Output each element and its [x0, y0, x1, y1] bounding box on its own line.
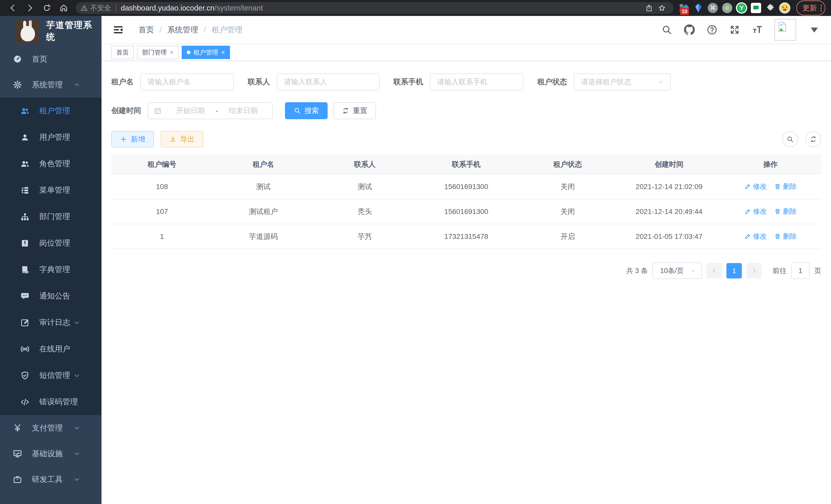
sidebar-item-label: 租户管理: [39, 106, 91, 116]
profile-emoji-icon[interactable]: [779, 2, 791, 14]
tab-dept-management[interactable]: 部门管理×: [137, 46, 179, 59]
sidebar-item-system-management[interactable]: 系统管理: [0, 72, 102, 98]
prev-page-button[interactable]: [706, 263, 722, 278]
cell-contact: 秃头: [314, 199, 416, 224]
bookmark-star-icon[interactable]: [656, 2, 668, 13]
sidebar-item-label: 字典管理: [39, 264, 91, 275]
sidebar-item-infrastructure[interactable]: 基础设施: [0, 441, 102, 467]
site-security[interactable]: 不安全: [81, 3, 111, 12]
start-date-placeholder[interactable]: 开始日期: [167, 106, 213, 116]
back-icon[interactable]: [6, 2, 20, 14]
trash-icon: [774, 233, 781, 240]
yuque-icon[interactable]: Y: [736, 2, 747, 14]
sidebar-item-label: 菜单管理: [39, 185, 91, 196]
sidebar-item-online-users[interactable]: 在线用户: [0, 336, 102, 362]
edit-link[interactable]: 修改: [744, 232, 767, 241]
sidebar-item-tenant-management[interactable]: 租户管理: [0, 98, 102, 124]
sidebar-item-user-management[interactable]: 用户管理: [0, 124, 102, 151]
breadcrumb-system[interactable]: 系统管理: [167, 25, 198, 35]
chevron-down-icon: [658, 79, 664, 85]
table-row: 1芋道源码芋艿17321315478开启2021-01-05 17:03:47修…: [111, 224, 821, 249]
kite-icon[interactable]: [692, 2, 704, 14]
user-avatar[interactable]: [774, 19, 796, 40]
cell-created: 2021-01-05 17:03:47: [619, 224, 720, 249]
fullscreen-icon[interactable]: [729, 24, 740, 35]
tab-label: 首页: [116, 48, 129, 57]
sidebar-item-payment-management[interactable]: 支付管理: [0, 415, 102, 441]
edit-link[interactable]: 修改: [744, 182, 767, 191]
search-icon: [294, 107, 301, 114]
sidebar-item-home[interactable]: 首页: [0, 46, 102, 72]
sidebar-item-error-code-management[interactable]: 错误码管理: [0, 389, 102, 415]
home-icon[interactable]: [57, 2, 71, 14]
browser-menu-icon[interactable]: [821, 5, 822, 11]
pinned-extension-icon[interactable]: 10: [678, 2, 690, 14]
status-select[interactable]: 请选择租户状态: [574, 73, 671, 90]
url-bar[interactable]: 不安全 dashboard.yudao.iocoder.cn/system/te…: [76, 2, 674, 14]
browser-toolbar: 不安全 dashboard.yudao.iocoder.cn/system/te…: [0, 0, 831, 16]
yen-icon: [12, 423, 23, 433]
sidebar-item-label: 错误码管理: [39, 396, 91, 407]
goto-page-input[interactable]: 1: [791, 263, 810, 279]
tab-home[interactable]: 首页: [111, 46, 134, 59]
page-size-select[interactable]: 10条/页: [652, 263, 702, 279]
user-menu-caret-icon[interactable]: [809, 24, 820, 35]
app-title: 芋道管理系统: [46, 19, 102, 43]
reset-button[interactable]: 重置: [333, 102, 376, 119]
sidebar-item-dept-management[interactable]: 部门管理: [0, 203, 102, 230]
add-button[interactable]: 新增: [111, 131, 154, 147]
page-number-1[interactable]: 1: [726, 263, 742, 278]
github-icon[interactable]: [684, 24, 695, 35]
tenant-table: 租户编号租户名联系人联系手机租户状态创建时间操作 108测试测试15601691…: [111, 155, 821, 249]
breadcrumb-home[interactable]: 首页: [139, 25, 154, 35]
chat-square-icon[interactable]: [750, 2, 762, 14]
sidebar-item-label: 在线用户: [39, 344, 91, 354]
sidebar-item-menu-management[interactable]: 菜单管理: [0, 177, 102, 203]
refresh-table-button[interactable]: [805, 131, 821, 147]
date-range-picker[interactable]: 开始日期 - 结束日期: [148, 102, 273, 119]
audit-edit-icon: [19, 318, 31, 327]
close-icon[interactable]: ×: [221, 49, 225, 56]
sidebar-item-notice-announcement[interactable]: 通知公告: [0, 283, 102, 309]
font-size-icon[interactable]: [752, 24, 763, 35]
contact-input-wrap: [277, 73, 379, 90]
close-icon[interactable]: ×: [170, 49, 173, 56]
sidebar-logo[interactable]: 芋道管理系统: [0, 16, 102, 46]
chrome-update-button[interactable]: 更新: [796, 1, 825, 16]
chevron-down-icon: [71, 373, 83, 379]
command-circle-icon[interactable]: ⌘: [707, 2, 719, 14]
forward-icon[interactable]: [23, 2, 37, 14]
mobile-input[interactable]: [437, 78, 516, 86]
sidebar-collapse-icon[interactable]: [113, 24, 123, 35]
search-button[interactable]: 搜索: [285, 102, 327, 119]
sidebar-item-post-management[interactable]: 岗位管理: [0, 230, 102, 256]
sidebar-item-audit-log[interactable]: 审计日志: [0, 309, 102, 336]
sidebar-item-dict-management[interactable]: 字典管理: [0, 256, 102, 283]
sidebar-item-role-management[interactable]: 角色管理: [0, 151, 102, 177]
record-circle-icon[interactable]: [721, 2, 733, 14]
share-icon[interactable]: [643, 2, 656, 13]
sidebar-item-sms-management[interactable]: 短信管理: [0, 362, 102, 389]
export-button[interactable]: 导出: [161, 131, 203, 147]
delete-link[interactable]: 删除: [774, 232, 797, 241]
puzzle-icon[interactable]: [765, 2, 776, 14]
delete-link[interactable]: 删除: [774, 207, 797, 216]
delete-link[interactable]: 删除: [774, 182, 797, 191]
cell-status: 关闭: [517, 174, 619, 199]
mobile-input-wrap: [430, 73, 523, 90]
sidebar-item-label: 用户管理: [39, 132, 91, 143]
tab-tenant-management[interactable]: 租户管理×: [182, 46, 230, 59]
help-icon[interactable]: [707, 24, 717, 35]
header-search-icon[interactable]: [661, 24, 672, 35]
next-page-button[interactable]: [746, 263, 762, 278]
tenant-name-label: 租户名: [111, 77, 134, 87]
chevron-left-icon: [711, 268, 717, 274]
contact-input[interactable]: [284, 78, 372, 86]
end-date-placeholder[interactable]: 结束日期: [220, 106, 266, 116]
toggle-search-button[interactable]: [782, 131, 798, 147]
dashboard-icon: [12, 55, 23, 64]
reload-icon[interactable]: [39, 2, 54, 14]
tenant-name-input[interactable]: [147, 78, 227, 86]
sidebar-item-dev-tools[interactable]: 研发工具: [0, 467, 102, 492]
edit-link[interactable]: 修改: [744, 207, 767, 216]
